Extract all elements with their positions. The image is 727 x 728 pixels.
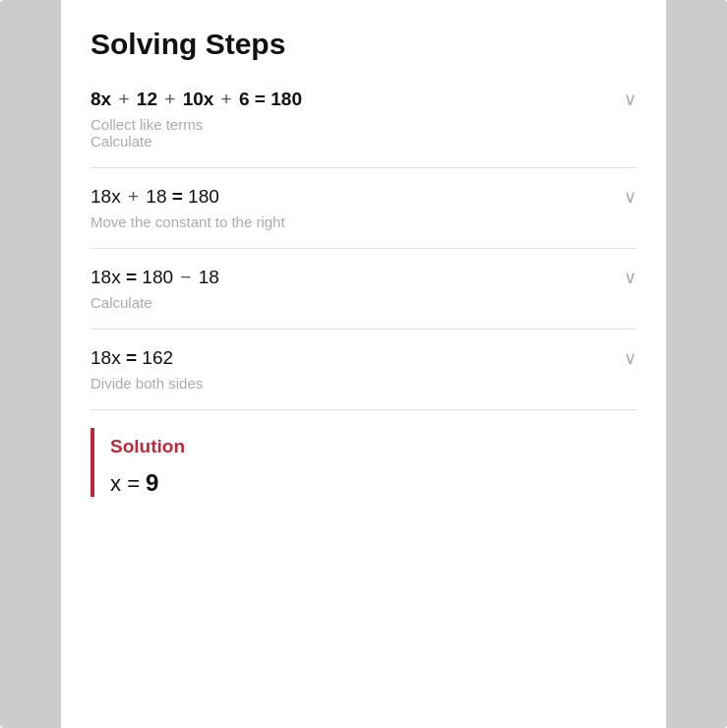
step-3-hint: Calculate: [91, 294, 636, 311]
side-handle-right: [666, 0, 727, 728]
solution-equation: x = 9: [110, 469, 636, 497]
step-2-equation-row: 18x + 18 = 180 ∨: [91, 186, 636, 208]
chevron-down-icon[interactable]: ∨: [624, 347, 636, 369]
chevron-down-icon[interactable]: ∨: [624, 186, 636, 208]
page-title: Solving Steps: [91, 28, 636, 61]
step-1-equation: 8x + 12 + 10x + 6 = 180: [91, 89, 302, 110]
side-handle-left: [0, 0, 61, 728]
content-area: Solving Steps 8x + 12 + 10x + 6 = 180 ∨ …: [61, 0, 666, 728]
step-1-block: 8x + 12 + 10x + 6 = 180 ∨ Collect like t…: [91, 89, 636, 168]
step-4-hint: Divide both sides: [91, 375, 636, 392]
step-1-hint-2: Calculate: [91, 133, 636, 150]
step-3-block: 18x = 180 − 18 ∨ Calculate: [91, 267, 636, 330]
step-4-equation-row: 18x = 162 ∨: [91, 347, 636, 369]
solution-label: Solution: [110, 436, 636, 457]
step-4-equation: 18x = 162: [91, 347, 173, 369]
phone-frame: Solving Steps 8x + 12 + 10x + 6 = 180 ∨ …: [0, 0, 727, 728]
chevron-down-icon[interactable]: ∨: [624, 89, 636, 110]
step-3-equation-row: 18x = 180 − 18 ∨: [91, 267, 636, 288]
step-3-equation: 18x = 180 − 18: [91, 267, 219, 288]
step-4-block: 18x = 162 ∨ Divide both sides: [91, 347, 636, 410]
step-1-equation-row: 8x + 12 + 10x + 6 = 180 ∨: [91, 89, 636, 110]
step-2-equation: 18x + 18 = 180: [91, 186, 219, 208]
chevron-down-icon[interactable]: ∨: [624, 267, 636, 288]
step-2-block: 18x + 18 = 180 ∨ Move the constant to th…: [91, 186, 636, 249]
solution-block: Solution x = 9: [91, 428, 636, 497]
step-2-hint: Move the constant to the right: [91, 213, 636, 230]
step-1-hint-1: Collect like terms: [91, 116, 636, 133]
